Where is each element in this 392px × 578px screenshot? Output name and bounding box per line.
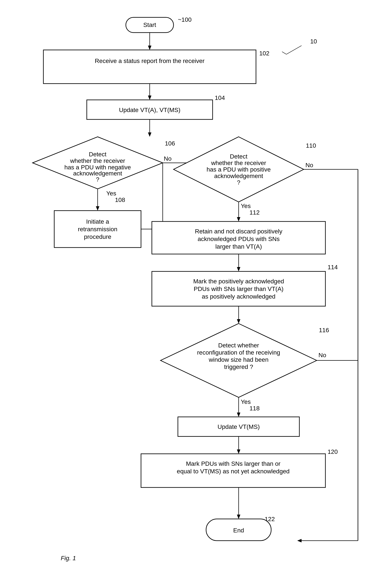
svg-line-1 <box>282 52 286 54</box>
end-label: End <box>233 527 244 534</box>
detect-pos-id: 110 <box>306 142 316 149</box>
detect-reconfig-l2: reconfiguration of the receiving <box>197 349 280 356</box>
svg-marker-28 <box>237 449 240 454</box>
detect-pos-l1: Detect <box>230 153 247 160</box>
detect-pos-yes-id: 112 <box>249 209 260 216</box>
receive-label-1: Receive a status report from the receive… <box>95 57 204 64</box>
detect-neg-no: No <box>164 155 172 162</box>
retain-l2: acknowledged PDUs with SNs <box>198 236 280 242</box>
detect-neg-id: 106 <box>165 140 175 147</box>
detect-reconfig-yes: Yes <box>241 398 251 405</box>
mark-pos-id: 114 <box>328 264 338 271</box>
detect-pos-l3: has a PDU with positive <box>206 166 271 173</box>
receive-node <box>43 50 256 84</box>
detect-neg-l2: whether the receiver <box>70 157 125 164</box>
svg-marker-3 <box>148 46 152 50</box>
detect-neg-yes-id: 108 <box>115 196 125 203</box>
svg-marker-23 <box>237 319 240 324</box>
mark-pdus-l1: Mark PDUs with SNs larger than or <box>186 460 280 467</box>
svg-marker-21 <box>237 267 240 271</box>
mark-pdus-l2: equal to VT(MS) as not yet acknowledged <box>177 468 290 475</box>
start-label: Start <box>143 21 156 28</box>
detect-pos-l2: whether the receiver <box>211 160 266 166</box>
update-vtms-label: Update VT(MS) <box>218 423 260 430</box>
retain-l1: Retain and not discard positively <box>195 228 282 235</box>
detect-neg-l5: ? <box>96 176 99 183</box>
detect-neg-l1: Detect <box>89 151 107 158</box>
initiate-l1: Initiate a <box>86 218 109 225</box>
detect-pos-l5: ? <box>237 179 240 186</box>
detect-pos-yes: Yes <box>241 203 251 209</box>
detect-reconfig-id: 116 <box>319 327 329 334</box>
mark-pos-l2: PDUs with SNs larger than VT(A) <box>194 286 283 292</box>
detect-neg-yes: Yes <box>106 190 116 197</box>
initiate-l2: retransmission <box>78 226 117 233</box>
detect-pos-l4: acknowledgement <box>214 173 263 179</box>
diagram-container: 10 Start ~100 Receive a status report fr… <box>0 0 392 578</box>
svg-marker-7 <box>148 133 152 137</box>
detect-reconfig-no: No <box>318 352 326 358</box>
detect-pos-no: No <box>306 162 313 168</box>
detect-reconfig-l4: triggered ? <box>224 363 253 370</box>
detect-reconfig-yes-id: 118 <box>249 405 260 412</box>
detect-reconfig-l1: Detect whether <box>218 342 259 349</box>
start-id: ~100 <box>178 16 192 23</box>
svg-marker-5 <box>148 96 152 100</box>
detect-neg-l4: acknowledgement <box>73 170 122 177</box>
svg-marker-26 <box>237 413 240 417</box>
update-vt-id: 104 <box>215 95 225 101</box>
mark-pos-l3: as positively acknowledged <box>202 293 275 300</box>
update-vt-label: Update VT(A), VT(MS) <box>119 107 180 113</box>
initiate-l3: procedure <box>84 234 111 240</box>
detect-reconfig-l3: window size had been <box>208 356 269 363</box>
retain-l3: larger than VT(A) <box>215 243 262 250</box>
mark-pos-l1: Mark the positively acknowledged <box>193 278 284 285</box>
svg-line-0 <box>286 46 302 54</box>
detect-neg-l3: has a PDU with negative <box>64 164 131 171</box>
svg-marker-17 <box>297 539 302 542</box>
receive-id: 102 <box>259 50 270 57</box>
figure-label: Fig. 1 <box>61 555 76 562</box>
svg-marker-30 <box>237 515 240 519</box>
svg-marker-11 <box>96 206 99 211</box>
mark-pdus-id: 120 <box>328 448 338 455</box>
svg-marker-19 <box>237 217 240 221</box>
diagram-number: 10 <box>310 38 317 45</box>
